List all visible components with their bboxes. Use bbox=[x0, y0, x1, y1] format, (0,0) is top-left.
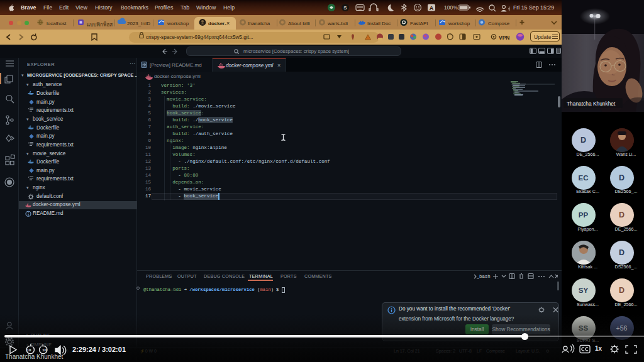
svg-text:S: S bbox=[343, 5, 347, 11]
svg-text:A: A bbox=[430, 5, 434, 11]
svg-text:10: 10 bbox=[27, 348, 31, 352]
svg-text:Thanatcha Khunkhet: Thanatcha Khunkhet bbox=[567, 101, 616, 107]
svg-text:10: 10 bbox=[42, 348, 47, 352]
